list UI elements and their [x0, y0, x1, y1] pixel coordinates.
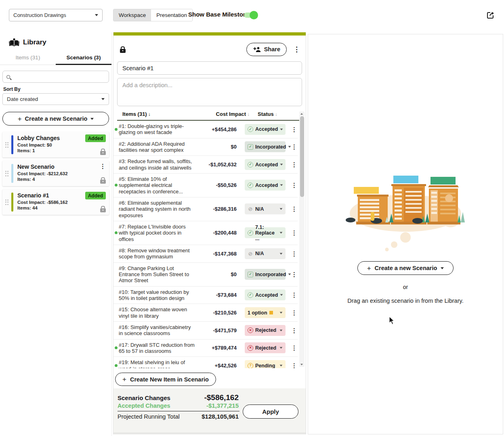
status-badge[interactable]: ✓ Accepted — [245, 180, 286, 191]
create-scenario-button-sidebar[interactable]: + Create a new Scenario — [2, 112, 109, 126]
cost-value: +$454,286 — [196, 126, 237, 132]
item-label: #5: Eliminate 10% of supplemental electr… — [119, 176, 196, 195]
kebab-menu-icon[interactable]: ⋮ — [291, 126, 297, 132]
kebab-menu-icon[interactable]: ⋮ — [291, 161, 297, 168]
export-icon[interactable] — [485, 10, 496, 21]
chevron-down-icon — [288, 273, 291, 275]
sort-icon[interactable]: ↓ — [275, 111, 277, 117]
table-row[interactable]: #10: Target value reduction by 50% in to… — [113, 287, 298, 304]
status-label: Accepted — [255, 162, 278, 168]
cost-value: -$73,684 — [196, 292, 237, 298]
kebab-menu-icon[interactable]: ⋮ — [291, 144, 297, 150]
table-row[interactable]: #9: Change Parking Lot Entrance from Sul… — [113, 263, 298, 287]
scenario-card-name: Lobby Changes — [17, 135, 82, 142]
chevron-down-icon — [441, 267, 444, 269]
table-row[interactable]: #8: Remove window treatment scope from g… — [113, 245, 298, 263]
table-row[interactable]: #7: Replace L'Invisible doors with typic… — [113, 221, 298, 245]
drag-handle-icon[interactable] — [2, 161, 11, 186]
item-label: #1: Double-glazing vs triple-glazing on … — [119, 123, 196, 136]
kebab-menu-icon[interactable]: ⋮ — [291, 206, 297, 212]
status-badge[interactable]: ✓ Accepted — [245, 289, 286, 300]
kebab-menu-icon[interactable]: ⋮ — [291, 271, 297, 277]
sort-desc-icon[interactable]: ↓ — [148, 111, 151, 117]
status-badge[interactable]: ✓ Accepted — [245, 124, 286, 135]
table-row[interactable]: #15: Choose alternate woven vinyl tile i… — [113, 304, 298, 322]
scenario-card[interactable]: Lobby Changes Cost Impact: $0 Items: 1 A… — [2, 132, 109, 157]
scenario-card-cost: Cost Impact: -$586,162 — [17, 199, 82, 205]
kebab-menu-icon[interactable]: ⋮ — [291, 363, 297, 368]
workspace-drop-panel[interactable]: + Create a new Scenario or Drag an exist… — [308, 34, 503, 434]
table-row[interactable]: #17: Drywall STC reduction from 65 to 57… — [113, 340, 298, 357]
sort-icon[interactable]: ↓ — [247, 111, 250, 117]
table-row[interactable]: #5: Eliminate 10% of supplemental electr… — [113, 174, 298, 197]
table-row[interactable]: #19: Metal shelving in leiu of wood in s… — [113, 357, 298, 368]
kebab-menu-icon[interactable]: ⋮ — [291, 182, 297, 188]
status-badge[interactable]: ? Pending — [245, 360, 286, 368]
library-sidebar: Library Items (31) Scenarios (3) Sort By… — [0, 32, 112, 436]
status-badge[interactable]: ✕ Rejected — [245, 325, 286, 336]
scenario-card-name: Scenario #1 — [17, 192, 82, 199]
table-row[interactable]: #1: Double-glazing vs triple-glazing on … — [113, 121, 298, 138]
kebab-menu-icon[interactable]: ⋮ — [293, 46, 300, 53]
kebab-menu-icon[interactable]: ⋮ — [291, 310, 297, 316]
status-badge[interactable]: ⊘ N/A — [245, 248, 286, 259]
status-icon: ⊘ — [248, 206, 253, 212]
panel-bottom-strip — [113, 432, 306, 434]
table-row[interactable]: #6: Eliminate supplemental radiant heati… — [113, 197, 298, 221]
search-input[interactable] — [2, 71, 109, 83]
scenario-card-cost: Cost Impact: $0 — [17, 142, 82, 148]
sort-select-value: Date created — [7, 96, 38, 102]
project-select[interactable]: Construction Drawings — [9, 9, 103, 21]
tab-scenarios[interactable]: Scenarios (3) — [56, 51, 111, 65]
share-button[interactable]: Share — [246, 43, 287, 56]
create-scenario-button-workspace[interactable]: + Create a new Scenario — [357, 261, 454, 275]
kebab-menu-icon[interactable]: ⋮ — [291, 251, 297, 257]
status-icon: ✓ — [248, 126, 253, 132]
apply-button[interactable]: Apply — [243, 405, 298, 419]
show-base-milestone-toggle[interactable] — [244, 13, 257, 18]
scenario-card[interactable]: Scenario #1 Cost Impact: -$586,162 Items… — [2, 189, 109, 215]
table-scrollbar[interactable] — [299, 111, 304, 367]
status-badge[interactable]: ✓ 7.1: Replace ... — [245, 227, 286, 238]
kebab-menu-icon[interactable]: ⋮ — [291, 327, 297, 333]
kebab-menu-icon[interactable]: ⋮ — [291, 292, 297, 298]
scenario-card[interactable]: New Scenario Cost Impact: -$212,632 Item… — [2, 161, 109, 186]
status-icon: ✓ — [248, 272, 253, 277]
scrollbar-thumb[interactable] — [300, 116, 304, 197]
change-dot-icon — [115, 184, 118, 187]
status-badge[interactable]: ✓ Incorporated — [245, 269, 286, 280]
kebab-menu-icon[interactable]: ⋮ — [291, 230, 297, 236]
status-icon: ✓ — [248, 182, 253, 188]
plus-icon: + — [122, 376, 126, 383]
create-new-item-button[interactable]: + Create New Item in Scenario — [115, 373, 216, 386]
table-row[interactable]: #16: Simplify vanities/cabinetry in scie… — [113, 322, 298, 340]
status-icon: ✓ — [248, 162, 253, 168]
lock-icon — [100, 151, 106, 155]
plus-icon: + — [18, 115, 22, 122]
scroll-up-icon[interactable] — [300, 113, 303, 115]
drag-handle-icon[interactable] — [2, 189, 11, 215]
table-row[interactable]: #2: Additional ADA Required facilities n… — [113, 138, 298, 156]
kebab-menu-icon[interactable]: ⋮ — [291, 345, 297, 351]
scenario-description-input[interactable]: Add a description... — [117, 78, 302, 106]
scenario-title-input[interactable]: Scenario #1 — [117, 61, 302, 75]
status-badge[interactable]: 1 option — [245, 307, 286, 318]
scroll-down-icon[interactable] — [300, 364, 303, 365]
status-badge[interactable]: ✕ Rejected — [245, 342, 286, 353]
status-badge[interactable]: ⊘ N/A — [245, 203, 286, 214]
status-badge[interactable]: ✓ Incorporated — [245, 141, 286, 152]
table-row[interactable]: #3: Reduce furred walls, soffits, and ce… — [113, 156, 298, 174]
col-items-label: Items (31) — [122, 111, 147, 117]
drag-handle-icon[interactable] — [2, 132, 11, 157]
tab-presentation[interactable]: Presentation — [151, 9, 192, 21]
option-color-swatch — [269, 311, 273, 314]
view-tabs: Workspace Presentation — [113, 9, 193, 21]
sort-select[interactable]: Date created — [2, 93, 109, 105]
or-label: or — [403, 284, 408, 290]
tab-workspace[interactable]: Workspace — [113, 9, 151, 21]
status-badge[interactable]: ✓ Accepted — [245, 159, 286, 170]
cost-value: $0 — [196, 144, 237, 150]
kebab-menu-icon[interactable]: ⋮ — [100, 163, 106, 169]
change-dot-icon — [115, 364, 118, 367]
tab-items[interactable]: Items (31) — [0, 51, 56, 65]
